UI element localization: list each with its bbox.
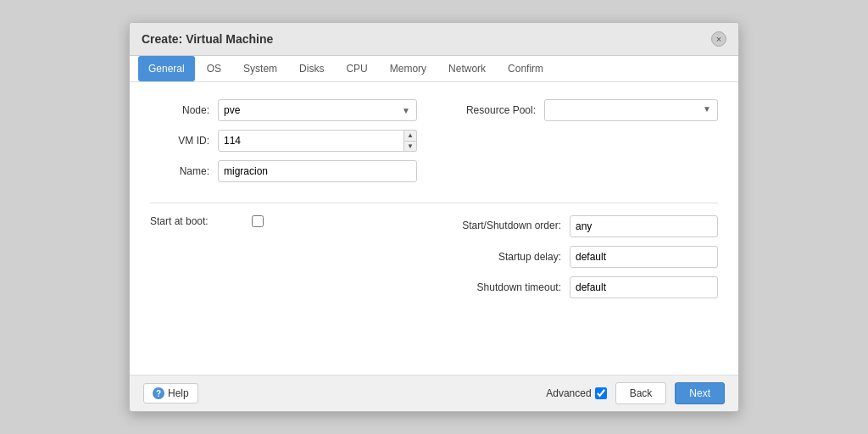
- create-vm-dialog: Create: Virtual Machine × General OS Sys…: [129, 22, 739, 412]
- tab-cpu[interactable]: CPU: [336, 56, 377, 81]
- bottom-form-section: Start at boot: Start/Shutdown order: Sta…: [150, 215, 718, 307]
- node-select[interactable]: pve: [218, 99, 417, 121]
- start-shutdown-label: Start/Shutdown order:: [451, 220, 570, 233]
- advanced-checkbox[interactable]: [595, 387, 607, 399]
- shutdown-timeout-row: Shutdown timeout:: [451, 276, 718, 298]
- vmid-input[interactable]: [218, 130, 417, 152]
- startup-delay-input[interactable]: [570, 246, 718, 268]
- vmid-label: VM ID:: [150, 135, 218, 147]
- tab-memory[interactable]: Memory: [380, 56, 437, 81]
- section-divider: [150, 203, 718, 203]
- shutdown-col: Start/Shutdown order: Startup delay: Shu…: [451, 215, 718, 307]
- footer-right: Advanced Back Next: [546, 382, 725, 404]
- back-button[interactable]: Back: [615, 382, 667, 404]
- dialog-title: Create: Virtual Machine: [142, 32, 273, 46]
- left-fields: Node: pve ▼ VM ID: ▲ ▼: [150, 99, 417, 191]
- tab-os[interactable]: OS: [197, 56, 231, 81]
- vmid-spinner-wrapper: ▲ ▼: [218, 130, 417, 152]
- name-input[interactable]: [218, 160, 417, 182]
- name-row: Name:: [150, 160, 417, 182]
- start-at-boot-label: Start at boot:: [150, 215, 252, 227]
- resource-pool-label: Resource Pool:: [451, 104, 544, 116]
- vmid-decrement-button[interactable]: ▼: [403, 141, 417, 153]
- close-button[interactable]: ×: [711, 31, 726, 47]
- shutdown-timeout-label: Shutdown timeout:: [451, 281, 570, 293]
- tab-disks[interactable]: Disks: [289, 56, 334, 81]
- start-shutdown-order-row: Start/Shutdown order:: [451, 215, 718, 237]
- shutdown-timeout-input[interactable]: [570, 276, 718, 298]
- resource-pool-wrapper: ▼: [544, 99, 718, 121]
- tab-network[interactable]: Network: [438, 56, 496, 81]
- top-form-section: Node: pve ▼ VM ID: ▲ ▼: [150, 99, 718, 191]
- advanced-text: Advanced: [546, 387, 591, 399]
- advanced-label: Advanced: [546, 387, 606, 399]
- dialog-header: Create: Virtual Machine ×: [130, 23, 738, 56]
- tab-confirm[interactable]: Confirm: [498, 56, 554, 81]
- footer-left: ? Help: [143, 383, 198, 403]
- vmid-increment-button[interactable]: ▲: [403, 130, 417, 141]
- startup-delay-label: Startup delay:: [451, 251, 570, 263]
- start-shutdown-input[interactable]: [570, 215, 718, 237]
- dialog-footer: ? Help Advanced Back Next: [130, 375, 738, 411]
- dialog-body: Node: pve ▼ VM ID: ▲ ▼: [130, 82, 738, 375]
- node-row: Node: pve ▼: [150, 99, 417, 121]
- resource-pool-row: Resource Pool: ▼: [451, 99, 718, 121]
- start-at-boot-row: Start at boot:: [150, 215, 417, 227]
- help-button[interactable]: ? Help: [143, 383, 198, 403]
- tab-general[interactable]: General: [138, 56, 195, 81]
- vmid-row: VM ID: ▲ ▼: [150, 130, 417, 152]
- startup-delay-row: Startup delay:: [451, 246, 718, 268]
- tab-bar: General OS System Disks CPU Memory Netwo…: [130, 56, 738, 82]
- boot-col: Start at boot:: [150, 215, 417, 307]
- tab-system[interactable]: System: [233, 56, 287, 81]
- node-select-wrapper: pve ▼: [218, 99, 417, 121]
- next-button[interactable]: Next: [675, 382, 725, 404]
- help-label: Help: [168, 387, 189, 399]
- help-icon: ?: [153, 387, 164, 399]
- start-at-boot-checkbox[interactable]: [252, 215, 264, 227]
- name-label: Name:: [150, 165, 218, 177]
- vmid-spinner-buttons: ▲ ▼: [403, 130, 417, 152]
- node-label: Node:: [150, 104, 218, 116]
- resource-pool-select[interactable]: [544, 99, 718, 121]
- right-fields: Resource Pool: ▼: [451, 99, 718, 191]
